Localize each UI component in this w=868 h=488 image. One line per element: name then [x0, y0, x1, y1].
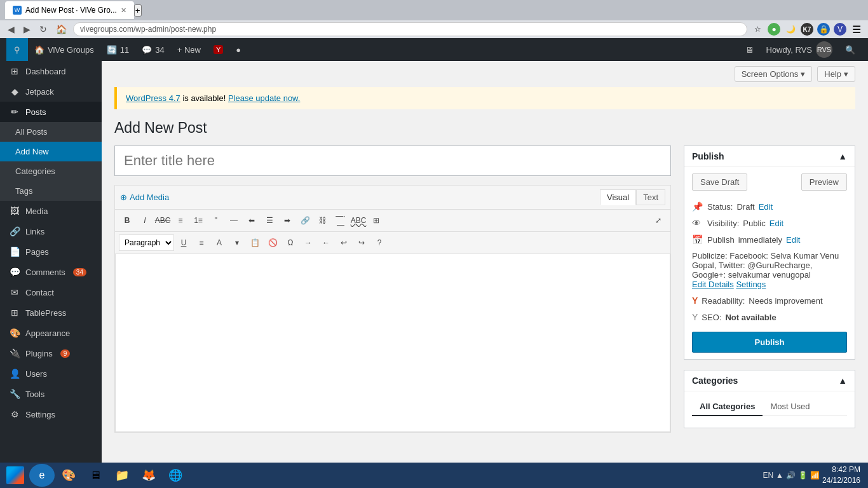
- sidebar-item-tablepress[interactable]: ⊞ TablePress: [0, 302, 102, 323]
- help-toolbar-button[interactable]: ?: [371, 234, 388, 251]
- cat-tab-all[interactable]: All Categories: [692, 398, 763, 416]
- taskbar-app2[interactable]: 🖥: [83, 464, 108, 487]
- new-tab-button[interactable]: +: [134, 4, 142, 17]
- color-picker-button[interactable]: ▾: [229, 234, 245, 251]
- sidebar-item-dashboard[interactable]: ⊞ Dashboard: [0, 61, 102, 81]
- arrow-up-icon[interactable]: ▲: [776, 471, 783, 480]
- taskbar-paint[interactable]: 🎨: [56, 464, 81, 487]
- sidebar-item-settings[interactable]: ⚙ Settings: [0, 404, 102, 424]
- volume-icon[interactable]: 🔊: [786, 471, 796, 480]
- taskbar-firefox[interactable]: 🦊: [136, 464, 161, 487]
- sidebar-item-tools[interactable]: 🔧 Tools: [0, 384, 102, 404]
- cat-tab-most-used[interactable]: Most Used: [763, 398, 817, 416]
- save-draft-button[interactable]: Save Draft: [692, 173, 747, 191]
- user-menu[interactable]: Howdy, RVS RVS: [760, 38, 839, 61]
- sidebar-item-add-new[interactable]: Add New: [0, 142, 102, 161]
- edit-details-link[interactable]: Edit Details: [692, 280, 734, 289]
- new-content-link[interactable]: + New: [171, 38, 207, 61]
- paste-text-button[interactable]: 📋: [247, 234, 263, 251]
- table-button[interactable]: ⊞: [368, 212, 384, 229]
- align-right-button[interactable]: ➡: [279, 212, 295, 229]
- paragraph-select[interactable]: Paragraph Heading 1 Heading 2 Heading 3: [119, 234, 174, 251]
- publish-button[interactable]: Publish: [692, 332, 847, 353]
- justify-button[interactable]: ≡: [193, 234, 210, 251]
- help-button[interactable]: Help ▾: [817, 66, 855, 82]
- comments-link[interactable]: 💬 34: [135, 38, 170, 61]
- text-color-button[interactable]: A: [211, 234, 227, 251]
- search-icon[interactable]: 🔍: [839, 38, 862, 61]
- screen-icon[interactable]: 🖥: [739, 38, 760, 61]
- sidebar-item-comments[interactable]: 💬 Comments 34: [0, 262, 102, 282]
- spellcheck-button[interactable]: ABC: [350, 212, 367, 229]
- underline-button[interactable]: U: [175, 234, 192, 251]
- schedule-edit-link[interactable]: Edit: [786, 235, 800, 245]
- screen-options-button[interactable]: Screen Options ▾: [735, 66, 813, 82]
- align-center-button[interactable]: ☰: [261, 212, 278, 229]
- add-media-button[interactable]: ⊕ Add Media: [120, 193, 169, 202]
- ext-icon3[interactable]: V: [834, 23, 846, 36]
- strikethrough-button[interactable]: ABC: [154, 212, 171, 229]
- ext-icon1[interactable]: K7: [801, 23, 813, 36]
- editor-area[interactable]: [115, 254, 670, 432]
- tab-text[interactable]: Text: [636, 189, 665, 205]
- blockquote-button[interactable]: ": [208, 212, 224, 229]
- sidebar-item-links[interactable]: 🔗 Links: [0, 221, 102, 241]
- url-bar[interactable]: vivegroups.com/wp-admin/post-new.php: [73, 22, 747, 36]
- sidebar-item-plugins[interactable]: 🔌 Plugins 9: [0, 343, 102, 363]
- start-button[interactable]: [3, 464, 28, 487]
- battery-icon[interactable]: 🔋: [798, 471, 808, 480]
- taskbar-folder[interactable]: 📁: [109, 464, 135, 487]
- sidebar-item-contact[interactable]: ✉ Contact: [0, 282, 102, 302]
- sidebar-item-pages[interactable]: 📄 Pages: [0, 241, 102, 262]
- forward-button[interactable]: ▶: [21, 23, 33, 36]
- site-name-link[interactable]: 🏠 ViVe Groups: [28, 38, 100, 61]
- moon-icon[interactable]: 🌙: [784, 23, 797, 36]
- ol-button[interactable]: 1≡: [190, 212, 207, 229]
- yoast-icon[interactable]: Y: [207, 38, 229, 61]
- ul-button[interactable]: ≡: [172, 212, 189, 229]
- preview-button[interactable]: Preview: [801, 173, 847, 191]
- wp-logo[interactable]: ⚲: [6, 38, 28, 61]
- woo-icon[interactable]: ●: [229, 38, 247, 61]
- menu-icon[interactable]: ☰: [850, 23, 863, 36]
- network-icon[interactable]: 📶: [810, 471, 820, 480]
- undo-button[interactable]: ↩: [336, 234, 352, 251]
- unlink-button[interactable]: ⛓: [315, 212, 331, 229]
- home-button[interactable]: 🏠: [53, 23, 69, 36]
- tab-visual[interactable]: Visual: [600, 189, 636, 205]
- sidebar-item-users[interactable]: 👤 Users: [0, 363, 102, 384]
- updates-link[interactable]: 🔄 11: [100, 38, 135, 61]
- active-tab[interactable]: W Add New Post · ViVe Gro... ✕: [5, 1, 134, 19]
- update-version-link[interactable]: WordPress 4.7: [126, 93, 180, 103]
- settings-link[interactable]: Settings: [736, 280, 766, 289]
- visibility-edit-link[interactable]: Edit: [770, 219, 783, 228]
- outdent-button[interactable]: ←: [318, 234, 334, 251]
- refresh-button[interactable]: ↻: [37, 23, 50, 36]
- link-button[interactable]: 🔗: [297, 212, 313, 229]
- sidebar-item-categories[interactable]: Categories: [0, 161, 102, 181]
- sidebar-item-all-posts[interactable]: All Posts: [0, 122, 102, 142]
- fullscreen-button[interactable]: ⤢: [650, 212, 667, 229]
- italic-button[interactable]: I: [137, 212, 153, 229]
- taskbar-ie[interactable]: e: [29, 464, 55, 487]
- hr-button[interactable]: —: [226, 212, 242, 229]
- special-char-button[interactable]: Ω: [282, 234, 299, 251]
- update-action-link[interactable]: Please update now.: [228, 93, 300, 103]
- categories-box-header[interactable]: Categories ▲: [684, 370, 855, 391]
- post-title-input[interactable]: [114, 146, 671, 176]
- insert-more-button[interactable]: —·—: [332, 212, 349, 229]
- redo-button[interactable]: ↪: [353, 234, 370, 251]
- sidebar-item-appearance[interactable]: 🎨 Appearance: [0, 323, 102, 343]
- tab-close-icon[interactable]: ✕: [121, 6, 126, 15]
- star-icon[interactable]: ☆: [751, 23, 764, 36]
- back-button[interactable]: ◀: [5, 23, 17, 36]
- sidebar-item-tags[interactable]: Tags: [0, 181, 102, 201]
- sidebar-item-jetpack[interactable]: ◆ Jetpack: [0, 81, 102, 102]
- sidebar-item-media[interactable]: 🖼 Media: [0, 201, 102, 221]
- taskbar-chrome[interactable]: 🌐: [163, 464, 188, 487]
- bold-button[interactable]: B: [119, 212, 135, 229]
- sidebar-item-posts[interactable]: ✏ Posts: [0, 102, 102, 122]
- publish-box-header[interactable]: Publish ▲: [684, 146, 855, 167]
- ext-icon2[interactable]: 🔒: [817, 23, 830, 36]
- user-icon[interactable]: ●: [768, 23, 780, 36]
